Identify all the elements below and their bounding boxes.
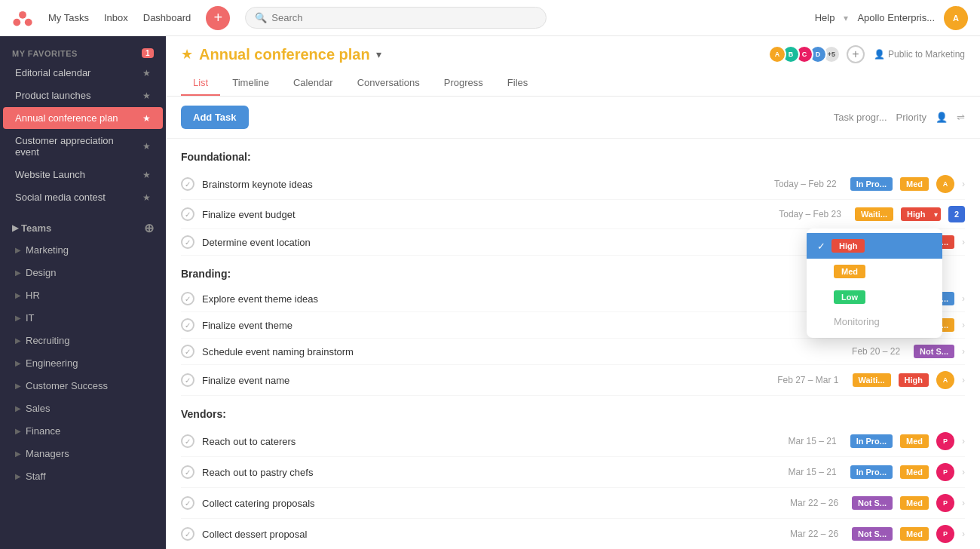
priority-select[interactable]: High Med Low [901,207,941,221]
nav-my-tasks[interactable]: My Tasks [48,12,89,23]
add-task-button[interactable]: Add Task [181,106,249,129]
dropdown-option-med[interactable]: Med [807,259,942,284]
task-name[interactable]: Brainstorm keynote ideas [202,179,767,190]
sidebar-item-conference[interactable]: Annual conference plan ★ [3,107,163,129]
filter-icon[interactable]: ⇌ [957,112,965,123]
dropdown-option-high[interactable]: ✓ High [807,233,942,259]
teams-header[interactable]: ▶ Teams ⊕ [0,215,166,238]
task-check-10[interactable]: ✓ [181,496,194,510]
task-check-11[interactable]: ✓ [181,527,194,541]
person-filter-icon[interactable]: 👤 [936,112,948,123]
task-expand-icon[interactable]: › [962,293,965,304]
tab-conversations[interactable]: Conversations [345,71,432,96]
asana-logo-icon [12,8,33,29]
task-expand-icon[interactable]: › [962,375,965,385]
team-label: Recruiting [26,335,70,346]
task-name[interactable]: Collect catering proposals [202,498,782,509]
task-name[interactable]: Finalize event name [202,375,770,386]
dropdown-option-low[interactable]: Low [807,284,942,310]
task-progress-label: Task progr... [834,112,887,123]
task-name[interactable]: Finalize event budget [202,209,771,220]
task-check-7[interactable]: ✓ [181,373,194,387]
task-check-2[interactable]: ✓ [181,207,194,221]
task-date: Mar 22 – 26 [790,498,838,508]
search-bar[interactable]: 🔍 [245,7,547,29]
new-task-button[interactable]: + [206,6,230,30]
task-name[interactable]: Finalize event theme [202,320,847,331]
team-label: Design [26,267,56,278]
section-title: Branding: [181,268,231,280]
task-check-1[interactable]: ✓ [181,177,194,191]
team-staff[interactable]: ▶ Staff [3,465,163,487]
company-name[interactable]: Apollo Enterpris... [857,12,935,23]
task-expand-icon[interactable]: › [962,179,965,189]
favorites-label: My Favorites [12,49,78,58]
team-design[interactable]: ▶ Design [3,262,163,284]
dropdown-pill-low: Low [834,290,865,304]
team-sales[interactable]: ▶ Sales [3,397,163,419]
team-marketing[interactable]: ▶ Marketing [3,239,163,261]
tab-list[interactable]: List [181,71,220,96]
task-check-5[interactable]: ✓ [181,318,194,332]
section-vendors: Vendors: [181,396,965,426]
add-team-icon[interactable]: ⊕ [144,221,154,235]
tab-progress[interactable]: Progress [432,71,495,96]
tab-files[interactable]: Files [495,71,540,96]
teams-label: Teams [21,222,51,234]
task-expand-icon[interactable]: › [962,436,965,446]
nav-inbox[interactable]: Inbox [104,12,128,23]
task-name[interactable]: Reach out to caterers [202,436,781,447]
task-expand-icon[interactable]: › [962,320,965,330]
team-label: IT [26,312,35,324]
search-input[interactable] [271,12,537,23]
team-chevron-icon: ▶ [15,246,21,254]
task-check-8[interactable]: ✓ [181,434,194,448]
sidebar-item-website[interactable]: Website Launch ★ [3,164,163,186]
team-finance[interactable]: ▶ Finance [3,420,163,442]
user-avatar[interactable]: A [944,6,968,30]
task-check-9[interactable]: ✓ [181,465,194,479]
task-expand-icon[interactable]: › [962,529,965,539]
team-it[interactable]: ▶ IT [3,307,163,329]
tab-timeline[interactable]: Timeline [220,71,281,96]
team-engineering[interactable]: ▶ Engineering [3,352,163,374]
monitoring-label: Monitoring [834,316,880,327]
nav-dashboard[interactable]: Dashboard [143,12,191,23]
asana-logo[interactable] [12,8,33,29]
task-name[interactable]: Schedule event naming brainstorm [202,346,844,357]
project-title-chevron-icon[interactable]: ▾ [376,48,381,60]
task-expand-icon[interactable]: › [962,346,965,357]
task-name[interactable]: Collect dessert proposal [202,529,782,540]
task-name[interactable]: Determine event location [202,237,832,248]
task-check-3[interactable]: ✓ [181,235,194,249]
help-button[interactable]: Help [815,12,835,23]
team-hr[interactable]: ▶ HR [3,284,163,306]
table-row: ✓ Finalize event budget Today – Feb 23 W… [181,200,965,229]
priority-badge: Med [900,496,929,510]
teams-chevron-icon: ▶ [12,223,18,233]
sidebar-item-social[interactable]: Social media contest ★ [3,186,163,208]
table-row: ✓ Collect catering proposals Mar 22 – 26… [181,488,965,519]
task-expand-icon[interactable]: › [962,237,965,247]
dropdown-option-monitoring[interactable]: Monitoring [807,310,942,333]
team-customer-success[interactable]: ▶ Customer Success [3,375,163,397]
task-check-4[interactable]: ✓ [181,292,194,305]
tab-calendar[interactable]: Calendar [281,71,345,96]
favorites-section: My Favorites 1 Editorial calendar ★ Prod… [0,36,166,215]
task-expand-icon[interactable]: › [962,467,965,477]
team-managers[interactable]: ▶ Managers [3,443,163,465]
nav-right: Help ▾ Apollo Enterpris... A [815,6,968,30]
task-check-6[interactable]: ✓ [181,345,194,358]
svg-point-0 [19,11,26,18]
sidebar-item-appreciation[interactable]: Customer appreciation event ★ [3,130,163,163]
share-add-button[interactable]: + [847,45,865,63]
favorites-badge: 1 [142,48,154,58]
project-title: Annual conference plan [199,46,370,63]
team-recruiting[interactable]: ▶ Recruiting [3,330,163,351]
sidebar-item-product[interactable]: Product launches ★ [3,84,163,106]
sidebar-item-label: Website Launch [15,169,85,180]
task-name[interactable]: Reach out to pastry chefs [202,467,781,478]
task-name[interactable]: Explore event theme ideas [202,293,843,305]
task-expand-icon[interactable]: › [962,498,965,508]
sidebar-item-editorial[interactable]: Editorial calendar ★ [3,62,163,84]
